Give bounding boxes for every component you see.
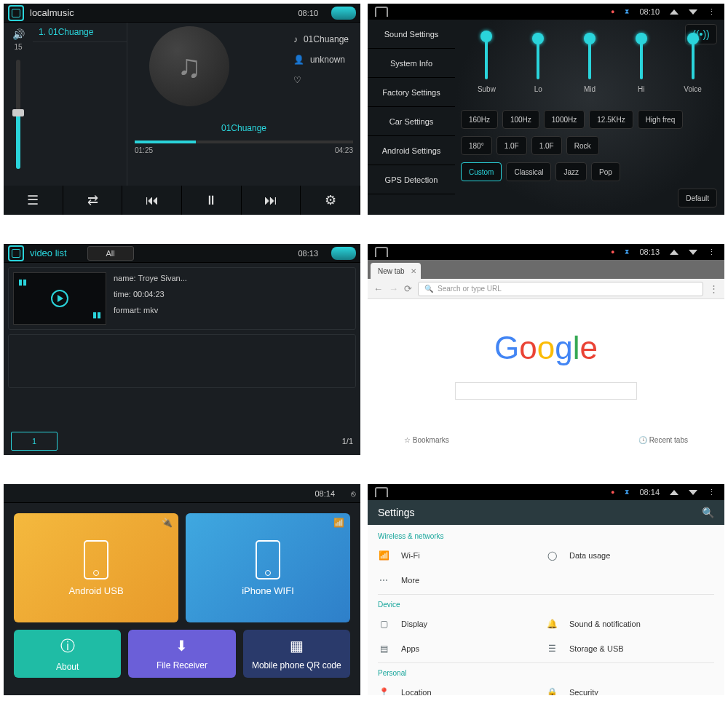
shuffle-button[interactable]: ⇄ (63, 186, 123, 215)
eq-slider-lo[interactable] (537, 33, 539, 79)
default-button[interactable]: Default (678, 189, 717, 207)
page-indicator: 1/1 (342, 437, 353, 446)
item-data-usage[interactable]: ◯Data usage (546, 543, 714, 568)
browser-menu-icon[interactable]: ⋮ (709, 283, 719, 294)
track-list: 1. 01Chuange (33, 23, 127, 186)
clock: 08:10 (639, 7, 660, 16)
more-icon[interactable]: ⋮ (708, 248, 717, 257)
home-icon[interactable] (375, 247, 388, 257)
expand-up-icon[interactable] (670, 250, 678, 255)
time-elapsed: 01:25 (135, 146, 153, 154)
video-item[interactable]: ▮▮ ▮▮ name: Troye Sivan... time: 00:04:2… (8, 267, 356, 330)
tab-label: New tab (378, 267, 405, 275)
menu-car[interactable]: Car Settings (368, 107, 455, 136)
item-display[interactable]: ▢Display (378, 612, 546, 636)
progress-bar[interactable] (135, 141, 353, 143)
tile-iphone-wifi[interactable]: 📶 iPhone WIFI (186, 513, 350, 622)
track-item[interactable]: 1. 01Chuange (33, 23, 127, 42)
freq-btn[interactable]: 1000Hz (544, 110, 585, 129)
eq-btn[interactable]: 1.0F (531, 136, 562, 155)
home-icon[interactable] (375, 487, 388, 497)
equalizer-button[interactable]: ⚙ (301, 186, 360, 215)
nav-fwd-icon[interactable]: → (389, 283, 398, 294)
item-location[interactable]: 📍Location (378, 680, 546, 695)
menu-android[interactable]: Android Settings (368, 136, 455, 165)
eq-slider-hi[interactable] (640, 33, 643, 79)
app-menu-button[interactable] (8, 5, 24, 21)
filter-all-button[interactable]: All (87, 246, 134, 261)
expand-down-icon[interactable] (689, 250, 697, 255)
qr-icon: ▦ (290, 637, 304, 654)
status-bar: ● ⧗ 08:10 ⋮ (368, 4, 724, 20)
clock: 08:13 (639, 248, 660, 256)
section-device: Device (378, 596, 714, 612)
play-pause-button[interactable]: ⏸ (182, 186, 242, 215)
expand-down-icon[interactable] (689, 9, 697, 15)
eq-slider-voice[interactable] (692, 33, 695, 79)
status-bar: ● ⧗ 08:13 ⋮ (368, 244, 724, 260)
item-sound[interactable]: 🔔Sound & notification (546, 612, 714, 636)
search-icon[interactable]: 🔍 (702, 507, 714, 518)
tile-about[interactable]: ⓘAbout (14, 630, 121, 678)
tab-strip: New tab✕ (368, 260, 724, 279)
item-more[interactable]: ⋯More (378, 568, 546, 593)
eq-slider-subw[interactable] (485, 33, 488, 79)
tile-file-receiver[interactable]: ⬇File Receiver (128, 630, 235, 678)
bookmarks-link[interactable]: ☆ Bookmarks (404, 436, 449, 444)
eq-label: Mid (584, 85, 596, 93)
panel-music: localmusic 08:10 🔊 15 1. 01Chuange ♫ ♪01… (4, 4, 360, 215)
home-icon[interactable] (375, 7, 388, 17)
eq-btn[interactable]: 180° (461, 136, 492, 155)
preset-jazz[interactable]: Jazz (555, 162, 587, 181)
panel-equalizer: ● ⧗ 08:10 ⋮ Sound Settings System Info F… (368, 4, 724, 215)
preset-custom[interactable]: Custom (461, 162, 502, 181)
item-storage[interactable]: ☰Storage & USB (546, 636, 714, 661)
video-format: mkv (143, 306, 158, 314)
browser-tab[interactable]: New tab✕ (371, 263, 421, 279)
expand-up-icon[interactable] (670, 9, 678, 15)
menu-factory[interactable]: Factory Settings (368, 78, 455, 107)
more-icon[interactable]: ⋮ (708, 488, 717, 497)
url-input[interactable]: 🔍Search or type URL (418, 282, 703, 296)
freq-btn[interactable]: 100Hz (502, 110, 539, 129)
freq-btn[interactable]: 160Hz (461, 110, 498, 129)
reload-icon[interactable]: ⟳ (404, 283, 412, 294)
back-button[interactable] (331, 7, 356, 20)
preset-pop[interactable]: Pop (591, 162, 620, 181)
tile-android-usb[interactable]: 🔌 Android USB (14, 513, 178, 622)
tile-qr-code[interactable]: ▦Mobile phone QR code (243, 630, 350, 678)
video-name: Troye Sivan... (138, 274, 186, 282)
recent-tabs-link[interactable]: 🕓 Recent tabs (638, 436, 688, 444)
playlist-button[interactable]: ☰ (4, 186, 63, 215)
freq-btn[interactable]: 12.5KHz (589, 110, 633, 129)
volume-slider[interactable] (16, 60, 20, 169)
eq-slider-mid[interactable] (588, 33, 591, 79)
eq-btn[interactable]: 1.0F (496, 136, 527, 155)
freq-btn[interactable]: High freq (638, 110, 684, 129)
apps-icon: ▤ (378, 644, 389, 654)
expand-up-icon[interactable] (670, 490, 678, 495)
expand-down-icon[interactable] (689, 490, 697, 495)
nav-back-icon[interactable]: ← (373, 283, 383, 294)
item-apps[interactable]: ▤Apps (378, 636, 546, 661)
menu-system[interactable]: System Info (368, 49, 455, 78)
menu-sound[interactable]: Sound Settings (368, 20, 455, 49)
artist-name: unknown (310, 55, 345, 65)
item-security[interactable]: 🔒Security (546, 680, 714, 695)
panel-browser: ● ⧗ 08:13 ⋮ New tab✕ ← → ⟳ 🔍Search or ty… (368, 244, 724, 455)
google-search-input[interactable] (455, 382, 637, 400)
more-icon[interactable]: ⋮ (708, 7, 717, 17)
bell-icon: 🔔 (546, 619, 558, 629)
close-tab-icon[interactable]: ✕ (411, 267, 416, 275)
heart-icon[interactable]: ♡ (293, 75, 301, 85)
preset-classical[interactable]: Classical (506, 162, 551, 181)
menu-gps[interactable]: GPS Detection (368, 165, 455, 194)
page-1-button[interactable]: 1 (11, 432, 58, 451)
next-button[interactable]: ⏭ (242, 186, 301, 215)
app-menu-button[interactable] (8, 245, 24, 261)
prev-button[interactable]: ⏮ (122, 186, 182, 215)
back-button[interactable] (331, 247, 356, 260)
eq-btn[interactable]: Rock (566, 136, 599, 155)
item-wifi[interactable]: 📶Wi-Fi (378, 543, 546, 568)
exit-icon[interactable]: ⎋ (351, 489, 356, 498)
